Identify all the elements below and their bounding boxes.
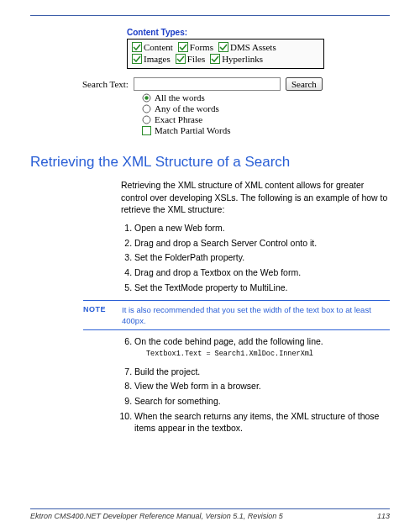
steps-list-1: Open a new Web form.Drag and drop a Sear… [121,222,390,293]
step-item: Open a new Web form. [134,222,390,234]
checkbox-label: DMS Assets [230,42,276,52]
footer-rule [30,508,390,509]
body-column: Retrieving the XML structure of XML cont… [121,179,390,435]
check-icon [132,42,142,52]
note-label: NOTE [83,304,115,327]
intro-paragraph: Retrieving the XML structure of XML cont… [121,179,390,216]
checkbox-label: Files [187,54,205,64]
radio-icon [142,115,151,124]
radio-label: All the words [155,92,205,103]
checkbox-label: Hyperlinks [222,54,263,64]
radio-label: Any of the words [155,103,219,113]
note-text: It is also recommended that you set the … [122,304,390,327]
check-icon [176,54,186,64]
steps-list-3: Build the project.View the Web form in a… [121,366,390,435]
check-icon [218,42,228,52]
checkbox-content[interactable]: Content [132,42,173,52]
search-button[interactable]: Search [286,77,323,91]
step-item: Set the FolderPath property. [134,251,390,264]
radio-icon [142,104,151,113]
check-icon [210,54,220,64]
checkbox-empty-icon [142,126,151,135]
content-types-group: Content Types: Content Forms DMS Assets [127,28,324,69]
step-item: Set the TextMode property to MultiLine. [134,282,390,294]
svg-point-7 [144,96,148,99]
step-item: Build the project. [134,366,390,378]
step-item: Drag and drop a Textbox on the Web form. [134,266,390,279]
content-types-boxes: Content Forms DMS Assets Images [127,39,324,69]
svg-point-9 [143,116,150,124]
checkbox-dms-assets[interactable]: DMS Assets [218,42,276,52]
radio-selected-icon [142,93,151,103]
code-line: Textbox1.Text = Search1.XmlDoc.InnerXml [146,350,390,360]
checkbox-files[interactable]: Files [176,54,205,64]
checkbox-images[interactable]: Images [132,54,171,64]
checkbox-forms[interactable]: Forms [178,42,213,52]
steps-list-2: On the code behind page, add the followi… [121,335,390,360]
checkbox-label: Match Partial Words [155,125,231,135]
footer-page-number: 113 [377,512,390,520]
section-heading: Retrieving the XML Structure of a Search [30,154,390,171]
search-input[interactable] [134,77,281,91]
note-block: NOTE It is also recommended that you set… [83,300,390,331]
step-text: On the code behind page, add the followi… [134,336,323,346]
search-row: Search Text: Search [82,77,390,91]
content-types-label: Content Types: [127,28,324,37]
radio-any-words[interactable]: Any of the words [142,103,390,113]
checkbox-partial-words[interactable]: Match Partial Words [142,125,390,135]
svg-rect-10 [143,126,151,134]
checkbox-label: Content [144,42,173,52]
step-6: On the code behind page, add the followi… [134,335,390,360]
search-text-label: Search Text: [82,79,129,89]
checkbox-label: Images [144,54,171,64]
svg-point-8 [143,105,150,113]
checkbox-hyperlinks[interactable]: Hyperlinks [210,54,263,64]
radio-exact-phrase[interactable]: Exact Phrase [142,114,390,124]
radio-all-words[interactable]: All the words [142,92,390,103]
page-footer: Ektron CMS400.NET Developer Reference Ma… [30,508,390,520]
footer-manual-title: Ektron CMS400.NET Developer Reference Ma… [30,512,283,520]
search-options: All the words Any of the words Exact Phr… [142,92,390,135]
checkbox-label: Forms [190,42,213,52]
check-icon [132,54,142,64]
radio-label: Exact Phrase [155,114,202,124]
check-icon [178,42,188,52]
step-item: Drag and drop a Search Server Control on… [134,237,390,250]
top-rule [30,15,390,16]
step-item: When the search returns any items, the X… [134,410,390,435]
step-item: Search for something. [134,395,390,408]
step-item: View the Web form in a browser. [134,380,390,392]
